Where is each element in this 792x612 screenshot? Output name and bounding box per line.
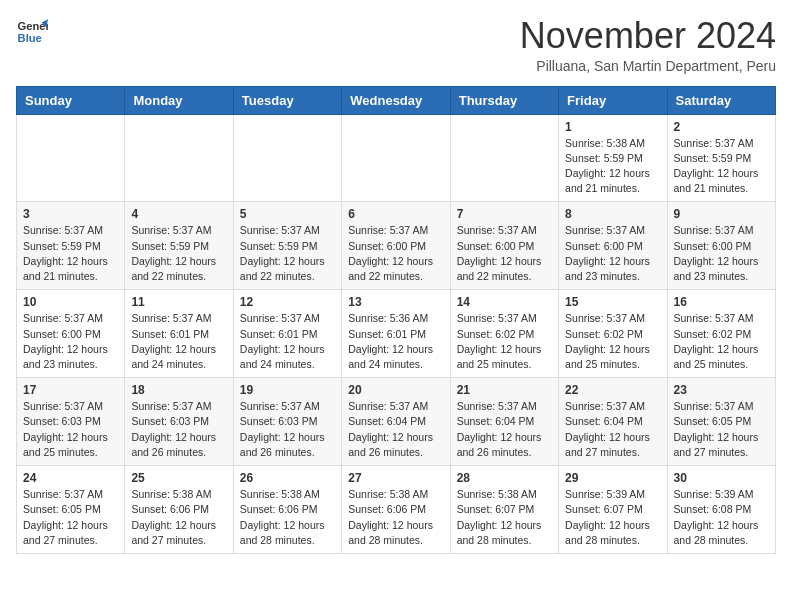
weekday-header-row: SundayMondayTuesdayWednesdayThursdayFrid…: [17, 86, 776, 114]
day-info: Sunrise: 5:37 AM Sunset: 5:59 PM Dayligh…: [131, 223, 226, 284]
day-number: 19: [240, 383, 335, 397]
day-info: Sunrise: 5:37 AM Sunset: 6:03 PM Dayligh…: [240, 399, 335, 460]
calendar-cell: 24Sunrise: 5:37 AM Sunset: 6:05 PM Dayli…: [17, 466, 125, 554]
calendar-cell: 10Sunrise: 5:37 AM Sunset: 6:00 PM Dayli…: [17, 290, 125, 378]
calendar-cell: 26Sunrise: 5:38 AM Sunset: 6:06 PM Dayli…: [233, 466, 341, 554]
day-info: Sunrise: 5:38 AM Sunset: 5:59 PM Dayligh…: [565, 136, 660, 197]
day-info: Sunrise: 5:37 AM Sunset: 6:00 PM Dayligh…: [674, 223, 769, 284]
logo: General Blue: [16, 16, 48, 48]
day-number: 16: [674, 295, 769, 309]
day-number: 20: [348, 383, 443, 397]
day-info: Sunrise: 5:37 AM Sunset: 6:00 PM Dayligh…: [565, 223, 660, 284]
calendar-cell: 18Sunrise: 5:37 AM Sunset: 6:03 PM Dayli…: [125, 378, 233, 466]
day-number: 17: [23, 383, 118, 397]
day-number: 13: [348, 295, 443, 309]
day-number: 12: [240, 295, 335, 309]
calendar-cell: 6Sunrise: 5:37 AM Sunset: 6:00 PM Daylig…: [342, 202, 450, 290]
calendar-cell: 25Sunrise: 5:38 AM Sunset: 6:06 PM Dayli…: [125, 466, 233, 554]
calendar-cell: 22Sunrise: 5:37 AM Sunset: 6:04 PM Dayli…: [559, 378, 667, 466]
calendar-cell: 5Sunrise: 5:37 AM Sunset: 5:59 PM Daylig…: [233, 202, 341, 290]
day-number: 11: [131, 295, 226, 309]
day-info: Sunrise: 5:37 AM Sunset: 6:01 PM Dayligh…: [240, 311, 335, 372]
calendar-cell: 13Sunrise: 5:36 AM Sunset: 6:01 PM Dayli…: [342, 290, 450, 378]
day-info: Sunrise: 5:37 AM Sunset: 6:03 PM Dayligh…: [23, 399, 118, 460]
logo-icon: General Blue: [16, 16, 48, 48]
day-info: Sunrise: 5:37 AM Sunset: 6:04 PM Dayligh…: [457, 399, 552, 460]
day-number: 29: [565, 471, 660, 485]
calendar-cell: [233, 114, 341, 202]
day-info: Sunrise: 5:37 AM Sunset: 6:00 PM Dayligh…: [348, 223, 443, 284]
day-number: 2: [674, 120, 769, 134]
calendar-week-3: 10Sunrise: 5:37 AM Sunset: 6:00 PM Dayli…: [17, 290, 776, 378]
day-number: 18: [131, 383, 226, 397]
page-header: General Blue November 2024 Pilluana, San…: [16, 16, 776, 74]
calendar-cell: 14Sunrise: 5:37 AM Sunset: 6:02 PM Dayli…: [450, 290, 558, 378]
day-info: Sunrise: 5:37 AM Sunset: 6:02 PM Dayligh…: [565, 311, 660, 372]
calendar-cell: 27Sunrise: 5:38 AM Sunset: 6:06 PM Dayli…: [342, 466, 450, 554]
calendar-cell: 20Sunrise: 5:37 AM Sunset: 6:04 PM Dayli…: [342, 378, 450, 466]
calendar-cell: 23Sunrise: 5:37 AM Sunset: 6:05 PM Dayli…: [667, 378, 775, 466]
calendar-cell: [342, 114, 450, 202]
calendar-cell: 30Sunrise: 5:39 AM Sunset: 6:08 PM Dayli…: [667, 466, 775, 554]
month-title: November 2024: [520, 16, 776, 56]
day-info: Sunrise: 5:37 AM Sunset: 6:04 PM Dayligh…: [565, 399, 660, 460]
day-number: 21: [457, 383, 552, 397]
calendar-cell: [125, 114, 233, 202]
calendar-cell: 29Sunrise: 5:39 AM Sunset: 6:07 PM Dayli…: [559, 466, 667, 554]
day-number: 25: [131, 471, 226, 485]
day-number: 14: [457, 295, 552, 309]
day-info: Sunrise: 5:37 AM Sunset: 5:59 PM Dayligh…: [674, 136, 769, 197]
calendar-week-5: 24Sunrise: 5:37 AM Sunset: 6:05 PM Dayli…: [17, 466, 776, 554]
day-info: Sunrise: 5:37 AM Sunset: 6:03 PM Dayligh…: [131, 399, 226, 460]
day-info: Sunrise: 5:38 AM Sunset: 6:06 PM Dayligh…: [131, 487, 226, 548]
day-number: 24: [23, 471, 118, 485]
location-subtitle: Pilluana, San Martin Department, Peru: [520, 58, 776, 74]
day-number: 7: [457, 207, 552, 221]
calendar-cell: 28Sunrise: 5:38 AM Sunset: 6:07 PM Dayli…: [450, 466, 558, 554]
calendar-cell: 9Sunrise: 5:37 AM Sunset: 6:00 PM Daylig…: [667, 202, 775, 290]
calendar-cell: 15Sunrise: 5:37 AM Sunset: 6:02 PM Dayli…: [559, 290, 667, 378]
calendar-cell: 1Sunrise: 5:38 AM Sunset: 5:59 PM Daylig…: [559, 114, 667, 202]
day-number: 4: [131, 207, 226, 221]
day-info: Sunrise: 5:37 AM Sunset: 6:05 PM Dayligh…: [674, 399, 769, 460]
day-info: Sunrise: 5:39 AM Sunset: 6:08 PM Dayligh…: [674, 487, 769, 548]
day-number: 22: [565, 383, 660, 397]
day-info: Sunrise: 5:37 AM Sunset: 6:02 PM Dayligh…: [457, 311, 552, 372]
day-info: Sunrise: 5:38 AM Sunset: 6:06 PM Dayligh…: [240, 487, 335, 548]
day-info: Sunrise: 5:37 AM Sunset: 6:05 PM Dayligh…: [23, 487, 118, 548]
day-number: 6: [348, 207, 443, 221]
day-info: Sunrise: 5:37 AM Sunset: 6:02 PM Dayligh…: [674, 311, 769, 372]
day-number: 3: [23, 207, 118, 221]
calendar-cell: 4Sunrise: 5:37 AM Sunset: 5:59 PM Daylig…: [125, 202, 233, 290]
day-info: Sunrise: 5:37 AM Sunset: 5:59 PM Dayligh…: [240, 223, 335, 284]
weekday-header-tuesday: Tuesday: [233, 86, 341, 114]
calendar-cell: 7Sunrise: 5:37 AM Sunset: 6:00 PM Daylig…: [450, 202, 558, 290]
calendar-cell: 2Sunrise: 5:37 AM Sunset: 5:59 PM Daylig…: [667, 114, 775, 202]
calendar-table: SundayMondayTuesdayWednesdayThursdayFrid…: [16, 86, 776, 554]
day-info: Sunrise: 5:37 AM Sunset: 6:00 PM Dayligh…: [23, 311, 118, 372]
calendar-cell: 21Sunrise: 5:37 AM Sunset: 6:04 PM Dayli…: [450, 378, 558, 466]
day-number: 15: [565, 295, 660, 309]
calendar-cell: 8Sunrise: 5:37 AM Sunset: 6:00 PM Daylig…: [559, 202, 667, 290]
weekday-header-thursday: Thursday: [450, 86, 558, 114]
day-number: 9: [674, 207, 769, 221]
weekday-header-monday: Monday: [125, 86, 233, 114]
day-info: Sunrise: 5:38 AM Sunset: 6:06 PM Dayligh…: [348, 487, 443, 548]
calendar-cell: 3Sunrise: 5:37 AM Sunset: 5:59 PM Daylig…: [17, 202, 125, 290]
calendar-cell: [17, 114, 125, 202]
day-info: Sunrise: 5:37 AM Sunset: 5:59 PM Dayligh…: [23, 223, 118, 284]
svg-text:Blue: Blue: [18, 32, 42, 44]
weekday-header-wednesday: Wednesday: [342, 86, 450, 114]
day-number: 28: [457, 471, 552, 485]
day-info: Sunrise: 5:37 AM Sunset: 6:00 PM Dayligh…: [457, 223, 552, 284]
calendar-week-1: 1Sunrise: 5:38 AM Sunset: 5:59 PM Daylig…: [17, 114, 776, 202]
day-info: Sunrise: 5:37 AM Sunset: 6:01 PM Dayligh…: [131, 311, 226, 372]
calendar-cell: 12Sunrise: 5:37 AM Sunset: 6:01 PM Dayli…: [233, 290, 341, 378]
weekday-header-saturday: Saturday: [667, 86, 775, 114]
day-info: Sunrise: 5:36 AM Sunset: 6:01 PM Dayligh…: [348, 311, 443, 372]
calendar-cell: 19Sunrise: 5:37 AM Sunset: 6:03 PM Dayli…: [233, 378, 341, 466]
weekday-header-friday: Friday: [559, 86, 667, 114]
day-number: 10: [23, 295, 118, 309]
day-number: 1: [565, 120, 660, 134]
day-number: 8: [565, 207, 660, 221]
